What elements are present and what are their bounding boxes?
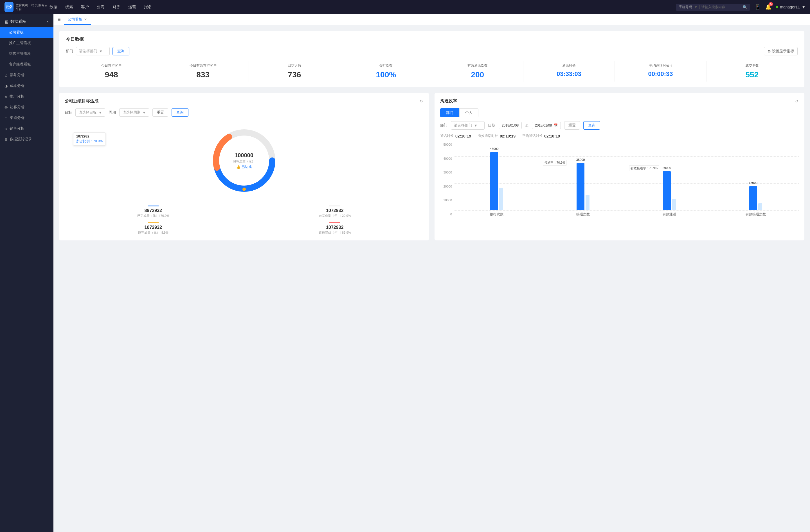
- settings-display-button[interactable]: ⚙ 设置显示指标: [764, 47, 798, 55]
- bar-columns: 43000 接通率：70.9%: [454, 143, 799, 210]
- uncompleted-desc: 未完成量（元）| 20.9%: [246, 214, 424, 218]
- sidebar-item-label: 公司看板: [9, 30, 23, 35]
- sidebar-section-header[interactable]: ▦ 数据看板 ∧: [0, 16, 53, 27]
- efficiency-title: 沟通效率: [440, 98, 457, 104]
- department-select[interactable]: 请选择部门 ▼: [76, 47, 110, 55]
- sidebar-collapse-icon[interactable]: ∧: [46, 20, 49, 24]
- sidebar-item-label: 销售主管看板: [9, 51, 31, 56]
- should-complete-indicator: [148, 222, 159, 223]
- nav-right: 手机号码 ▼ | 🔍 📱 🔔 5 manager11 ▼: [676, 4, 806, 11]
- uncompleted-indicator: [329, 205, 340, 206]
- sidebar-item-label: 成本分析: [10, 83, 25, 88]
- efficiency-reset-btn[interactable]: 重置: [564, 121, 580, 130]
- search-box[interactable]: 手机号码 ▼ | 🔍: [676, 4, 750, 11]
- should-complete-value: 1072932: [65, 225, 242, 230]
- today-data-title: 今日数据: [66, 36, 798, 43]
- nav-customer[interactable]: 客户: [81, 3, 89, 11]
- search-type-select[interactable]: 手机号码: [679, 5, 692, 10]
- sidebar-item-company-board[interactable]: 公司看板: [0, 27, 53, 38]
- nav-registration[interactable]: 报名: [144, 3, 152, 11]
- sidebar-item-label: 渠道分析: [10, 115, 25, 120]
- sidebar-item-visitor[interactable]: ◎ 访客分析: [0, 102, 53, 113]
- tab-close-icon[interactable]: ✕: [84, 17, 87, 21]
- sidebar-section-title: ▦ 数据看板: [4, 19, 26, 24]
- should-complete-desc: 应完成量（元）| 8.9%: [65, 231, 242, 235]
- nav-leads[interactable]: 线索: [65, 3, 73, 11]
- user-area[interactable]: manager11 ▼: [776, 5, 806, 9]
- bar-group-effective: 有效接通率：70.9% 29000: [626, 143, 713, 210]
- x-label-effective: 有效通话: [626, 212, 713, 217]
- search-input[interactable]: [701, 5, 741, 9]
- metric-value: 00:00:33: [618, 70, 702, 78]
- calendar-icon[interactable]: 📅: [553, 123, 558, 127]
- efficiency-date-label: 日期: [488, 123, 495, 128]
- metric-dial-count: 拨打次数 100%: [340, 61, 432, 82]
- nav-data[interactable]: 数据: [49, 3, 58, 11]
- efficiency-dept-label: 部门: [440, 123, 448, 128]
- sidebar-item-funnel[interactable]: ⊿ 漏斗分析: [0, 70, 53, 80]
- metric-effective-calls: 有效通话次数 200: [432, 61, 523, 82]
- nav-public-sea[interactable]: 公海: [97, 3, 104, 11]
- info-icon[interactable]: ℹ: [670, 64, 672, 68]
- metric-effective-first-consult: 今日有效首咨客户 833: [157, 61, 249, 82]
- personal-tab-btn[interactable]: 个人: [459, 108, 479, 117]
- target-query-button[interactable]: 查询: [172, 108, 189, 117]
- tooltip-value: 1072932: [76, 134, 103, 138]
- target-select[interactable]: 请选择目标 ▼: [75, 108, 105, 117]
- metric-value: 552: [710, 70, 794, 79]
- bar-dial-sub: [499, 188, 503, 210]
- bar-connect-main: 35000: [577, 163, 584, 210]
- nav-items: 数据 线索 客户 公海 财务 运营 报名: [49, 3, 676, 11]
- sidebar-item-label: 客户经理看板: [9, 62, 31, 67]
- efficiency-query-btn[interactable]: 查询: [583, 121, 600, 130]
- dept-tab-btn[interactable]: 部门: [440, 108, 459, 117]
- efficiency-filter-row: 部门 请选择部门 ▼ 日期 2018/01/08 至 2018/01/08 📅: [440, 121, 799, 130]
- department-placeholder: 请选择部门: [79, 49, 97, 54]
- metric-label: 有效通话次数: [435, 63, 520, 68]
- target-reset-button[interactable]: 重置: [152, 108, 168, 117]
- target-label: 目标: [65, 110, 72, 115]
- main-layout: ▦ 数据看板 ∧ 公司看板 推广主管看板 销售主管看板 客户经理看板 ⊿ 漏斗分…: [0, 14, 810, 532]
- page-content: 今日数据 部门 请选择部门 ▼ 查询 ⚙ 设置显示指标: [53, 25, 810, 246]
- sidebar-item-cost[interactable]: ◑ 成本分析: [0, 80, 53, 91]
- bar-effective-sub: [672, 199, 676, 210]
- user-dropdown-icon[interactable]: ▼: [801, 5, 806, 9]
- tab-company-board[interactable]: 公司看板 ✕: [64, 15, 91, 25]
- x-label-effective-connect: 有效接通次数: [712, 212, 799, 217]
- refresh-icon[interactable]: ⟳: [420, 99, 423, 103]
- metric-value: 736: [252, 70, 337, 79]
- query-button[interactable]: 查询: [113, 47, 129, 55]
- company-target-chart: 公司业绩目标达成 ⟳ 目标 请选择目标 ▼ 周期 请选择周期 ▼: [59, 93, 429, 240]
- tab-bar: ≡ 公司看板 ✕: [53, 14, 810, 25]
- bar-effective-main: 29000: [663, 171, 671, 210]
- nav-operations[interactable]: 运营: [128, 3, 136, 11]
- date-to-input[interactable]: 2018/01/08 📅: [532, 122, 561, 129]
- donut-center: 100000 目标总量（元） 👍 已达成: [233, 152, 255, 169]
- sidebar-item-channel[interactable]: ⊙ 渠道分析: [0, 113, 53, 123]
- tab-menu-button[interactable]: ≡: [58, 17, 61, 22]
- date-from-input[interactable]: 2018/01/08: [499, 122, 522, 129]
- sidebar-item-sales-analysis[interactable]: ◇ 销售分析: [0, 123, 53, 134]
- metric-label: 通话时长: [527, 63, 611, 68]
- efficiency-dept-select[interactable]: 请选择部门 ▼: [451, 121, 485, 130]
- completed-desc: 已完成量（元）| 70.9%: [65, 214, 242, 218]
- y-label-50000: 50000: [443, 143, 452, 146]
- sidebar-item-account-board[interactable]: 客户经理看板: [0, 59, 53, 70]
- sidebar-item-sales-board[interactable]: 销售主管看板: [0, 48, 53, 59]
- sidebar-item-promotion-board[interactable]: 推广主管看板: [0, 38, 53, 48]
- efficiency-refresh-icon[interactable]: ⟳: [795, 99, 799, 103]
- bar-label-18000: 18000: [749, 181, 757, 184]
- logo: 云朵 教育机构一站 托服务云平台: [4, 2, 49, 12]
- promotion-icon: ◈: [4, 95, 7, 99]
- period-select[interactable]: 请选择周期 ▼: [119, 108, 149, 117]
- select-arrow-icon: ▼: [98, 111, 102, 115]
- notification-icon[interactable]: 🔔 5: [765, 4, 772, 10]
- nav-finance[interactable]: 财务: [113, 3, 120, 11]
- search-icon[interactable]: 🔍: [743, 5, 747, 9]
- sidebar-item-data-flow[interactable]: ⊞ 数据流转记录: [0, 134, 53, 145]
- chart-header: 公司业绩目标达成 ⟳: [65, 98, 423, 104]
- y-label-20000: 20000: [443, 185, 452, 188]
- mobile-icon[interactable]: 📱: [755, 4, 761, 10]
- logo-text: 教育机构一站 托服务云平台: [16, 3, 49, 11]
- sidebar-item-promotion[interactable]: ◈ 推广分析: [0, 91, 53, 102]
